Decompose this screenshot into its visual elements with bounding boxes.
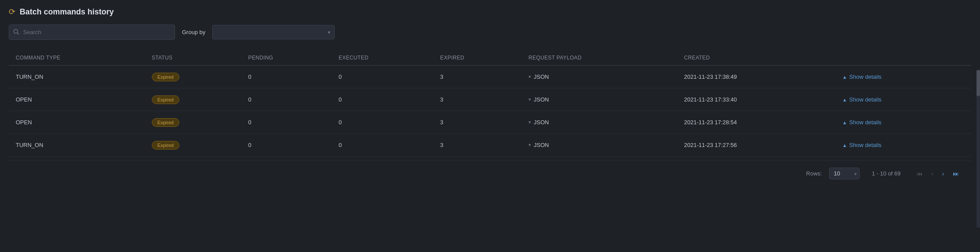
search-container [9,24,175,40]
history-icon: ⟳ [9,7,15,17]
status-badge: Expired [152,73,179,81]
col-header-expired: Expired [433,50,522,66]
show-details-label: Show details [849,74,882,80]
cell-command-type: TURN_ON [9,66,145,88]
table-row: OPEN Expired 0 0 3 ▾ JSON 2021-11-23 17:… [9,111,971,134]
rows-per-page-select[interactable]: 5 10 25 50 [829,168,860,179]
cell-expired: 3 [433,134,522,157]
col-header-created: Created [677,50,832,66]
cell-pending: 0 [241,134,332,157]
json-expand-icon: ▾ [528,97,531,102]
json-label: JSON [534,74,549,80]
cell-actions: ▲ Show details [832,111,971,134]
status-badge: Expired [152,141,179,150]
json-label: JSON [534,96,549,103]
cell-expired: 3 [433,88,522,111]
show-details-icon: ▲ [842,143,847,148]
last-page-button[interactable]: ⏭ [949,168,962,179]
first-page-button[interactable]: ⏮ [913,168,926,179]
rows-select-wrapper: 5 10 25 50 ▾ [829,168,860,179]
cell-command-type: TURN_ON [9,134,145,157]
search-input[interactable] [9,24,175,40]
col-header-executed: Executed [332,50,433,66]
scrollbar-thumb[interactable] [976,70,980,96]
json-expand-icon: ▾ [528,119,531,125]
col-header-actions [832,50,971,66]
cell-created: 2021-11-23 17:28:54 [677,111,832,134]
cell-command-type: OPEN [9,88,145,111]
cell-request-payload: ▾ JSON [522,88,677,111]
status-badge: Expired [152,95,179,104]
cell-created: 2021-11-23 17:38:49 [677,66,832,88]
status-badge: Expired [152,118,179,127]
col-header-status: Status [145,50,242,66]
cell-status: Expired [145,134,242,157]
show-details-label: Show details [849,96,882,103]
pagination-info: 1 - 10 of 69 [867,170,906,177]
toolbar: Group by Command type Status ▾ [9,24,971,40]
cell-actions: ▲ Show details [832,134,971,157]
show-details-button[interactable]: ▲ Show details [839,117,885,127]
group-by-wrapper: Command type Status ▾ [212,25,335,39]
group-by-label: Group by [182,29,205,35]
rows-label: Rows: [806,170,822,177]
cell-expired: 3 [433,111,522,134]
table-row: TURN_ON Expired 0 0 3 ▾ JSON 2021-11-23 … [9,66,971,88]
col-header-request-payload: Request payload [522,50,677,66]
json-label: JSON [534,142,549,148]
table-container: Command type Status Pending Executed Exp… [9,50,971,157]
json-expand-icon: ▾ [528,142,531,148]
page-title: Batch commands history [20,7,114,17]
pagination-controls: ⏮ ‹ › ⏭ [913,168,962,179]
cell-executed: 0 [332,88,433,111]
cell-created: 2021-11-23 17:33:40 [677,88,832,111]
cell-executed: 0 [332,111,433,134]
show-details-label: Show details [849,142,882,148]
search-icon [13,28,19,36]
cell-status: Expired [145,88,242,111]
prev-page-button[interactable]: ‹ [928,168,937,179]
show-details-button[interactable]: ▲ Show details [839,140,885,150]
cell-request-payload: ▾ JSON [522,111,677,134]
table-row: TURN_ON Expired 0 0 3 ▾ JSON 2021-11-23 … [9,134,971,157]
table-header-row: Command type Status Pending Executed Exp… [9,50,971,66]
cell-pending: 0 [241,111,332,134]
show-details-button[interactable]: ▲ Show details [839,94,885,105]
group-by-select[interactable]: Command type Status [212,25,335,39]
cell-pending: 0 [241,88,332,111]
cell-expired: 3 [433,66,522,88]
cell-request-payload: ▾ JSON [522,134,677,157]
show-details-button[interactable]: ▲ Show details [839,72,885,82]
next-page-button[interactable]: › [938,168,948,179]
cell-executed: 0 [332,66,433,88]
cell-status: Expired [145,111,242,134]
page-container: ⟳ Batch commands history Group by Comman… [0,0,980,193]
cell-executed: 0 [332,134,433,157]
data-table: Command type Status Pending Executed Exp… [9,50,971,157]
page-header: ⟳ Batch commands history [9,7,971,17]
col-header-command-type: Command type [9,50,145,66]
show-details-icon: ▲ [842,97,847,102]
cell-actions: ▲ Show details [832,66,971,88]
cell-command-type: OPEN [9,111,145,134]
scrollbar-track[interactable] [976,70,980,228]
show-details-label: Show details [849,119,882,126]
cell-created: 2021-11-23 17:27:56 [677,134,832,157]
table-row: OPEN Expired 0 0 3 ▾ JSON 2021-11-23 17:… [9,88,971,111]
show-details-icon: ▲ [842,74,847,80]
cell-pending: 0 [241,66,332,88]
cell-request-payload: ▾ JSON [522,66,677,88]
col-header-pending: Pending [241,50,332,66]
show-details-icon: ▲ [842,120,847,125]
svg-line-1 [18,33,19,35]
cell-status: Expired [145,66,242,88]
json-label: JSON [534,119,549,126]
cell-actions: ▲ Show details [832,88,971,111]
json-expand-icon: ▾ [528,74,531,80]
pagination-bar: Rows: 5 10 25 50 ▾ 1 - 10 of 69 ⏮ ‹ › ⏭ [9,160,971,186]
